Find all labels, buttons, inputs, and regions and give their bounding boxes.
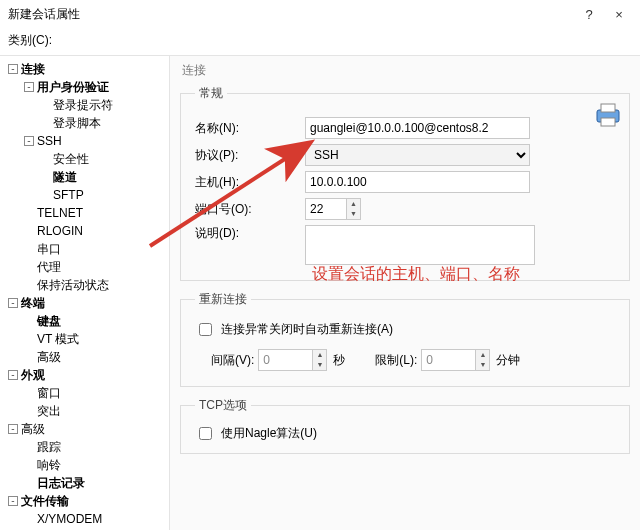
tree-item[interactable]: -高级 <box>2 420 167 438</box>
tree-item-label: SSH <box>37 134 62 148</box>
tree-item[interactable]: 跟踪 <box>2 438 167 456</box>
tree-item[interactable]: 日志记录 <box>2 474 167 492</box>
tree-item-label: 高级 <box>37 350 61 364</box>
interval-label: 间隔(V): <box>211 352 254 369</box>
window-title: 新建会话属性 <box>8 6 574 23</box>
tree-item[interactable]: 高级 <box>2 348 167 366</box>
tree-item[interactable]: -SSH <box>2 132 167 150</box>
host-label: 主机(H): <box>195 174 305 191</box>
tree-item[interactable]: 响铃 <box>2 456 167 474</box>
tree-item[interactable]: 隧道 <box>2 168 167 186</box>
limit-input[interactable] <box>421 349 476 371</box>
name-input[interactable] <box>305 117 530 139</box>
collapse-icon[interactable]: - <box>8 370 18 380</box>
nagle-label: 使用Nagle算法(U) <box>221 425 317 442</box>
tree-item[interactable]: -文件传输 <box>2 492 167 510</box>
tree-item-label: 代理 <box>37 260 61 274</box>
tree-item-label: 文件传输 <box>21 494 69 508</box>
close-button[interactable]: × <box>604 7 634 22</box>
tree-item[interactable]: 突出 <box>2 402 167 420</box>
collapse-icon[interactable]: - <box>8 496 18 506</box>
tree-item[interactable]: 串口 <box>2 240 167 258</box>
port-stepper[interactable]: ▲▼ <box>305 198 361 220</box>
interval-unit: 秒 <box>333 352 345 369</box>
tree-item[interactable]: -连接 <box>2 60 167 78</box>
collapse-icon[interactable]: - <box>8 424 18 434</box>
printer-icon[interactable] <box>594 102 624 128</box>
tree-item-label: 连接 <box>21 62 45 76</box>
host-input[interactable] <box>305 171 530 193</box>
tree-item[interactable]: -外观 <box>2 366 167 384</box>
collapse-icon[interactable]: - <box>8 298 18 308</box>
tree-item-label: 跟踪 <box>37 440 61 454</box>
tree-item-label: VT 模式 <box>37 332 79 346</box>
tree-item-label: 串口 <box>37 242 61 256</box>
nagle-checkbox[interactable] <box>199 427 212 440</box>
chevron-down-icon[interactable]: ▼ <box>347 209 360 219</box>
port-input[interactable] <box>305 198 347 220</box>
general-group: 常规 名称(N): 协议(P): SSH 主机(H): 端口号(O): ▲▼ <box>180 85 630 281</box>
tree-item-label: 终端 <box>21 296 45 310</box>
auto-reconnect-checkbox[interactable] <box>199 323 212 336</box>
reconnect-legend: 重新连接 <box>195 291 251 308</box>
collapse-icon[interactable]: - <box>24 82 34 92</box>
help-button[interactable]: ? <box>574 7 604 22</box>
tree-item[interactable]: 键盘 <box>2 312 167 330</box>
interval-stepper[interactable]: ▲▼ <box>258 349 327 371</box>
auto-reconnect-label: 连接异常关闭时自动重新连接(A) <box>221 321 393 338</box>
name-label: 名称(N): <box>195 120 305 137</box>
tree-item-label: 登录脚本 <box>53 116 101 130</box>
description-label: 说明(D): <box>195 225 305 242</box>
chevron-up-icon[interactable]: ▲ <box>476 350 489 360</box>
limit-stepper[interactable]: ▲▼ <box>421 349 490 371</box>
limit-unit: 分钟 <box>496 352 520 369</box>
tree-item-label: 隧道 <box>53 170 77 184</box>
chevron-down-icon[interactable]: ▼ <box>476 360 489 370</box>
chevron-up-icon[interactable]: ▲ <box>347 199 360 209</box>
tree-item-label: 突出 <box>37 404 61 418</box>
tree-item[interactable]: VT 模式 <box>2 330 167 348</box>
tree-item[interactable]: SFTP <box>2 186 167 204</box>
tree-item[interactable]: TELNET <box>2 204 167 222</box>
interval-input[interactable] <box>258 349 313 371</box>
description-input[interactable] <box>305 225 535 265</box>
tree-item[interactable]: 登录脚本 <box>2 114 167 132</box>
protocol-label: 协议(P): <box>195 147 305 164</box>
protocol-select[interactable]: SSH <box>305 144 530 166</box>
reconnect-group: 重新连接 连接异常关闭时自动重新连接(A) 间隔(V): ▲▼ 秒 限制(L):… <box>180 291 630 387</box>
tree-item[interactable]: X/YMODEM <box>2 510 167 528</box>
port-label: 端口号(O): <box>195 201 305 218</box>
tree-item[interactable]: 代理 <box>2 258 167 276</box>
category-label: 类别(C): <box>0 28 640 55</box>
tree-item[interactable]: 保持活动状态 <box>2 276 167 294</box>
tree-item-label: 日志记录 <box>37 476 85 490</box>
tree-item-label: TELNET <box>37 206 83 220</box>
collapse-icon[interactable]: - <box>24 136 34 146</box>
tree-item-label: SFTP <box>53 188 84 202</box>
svg-rect-3 <box>601 118 615 126</box>
annotation-text: 设置会话的主机、端口、名称 <box>312 264 520 285</box>
tree-item-label: 高级 <box>21 422 45 436</box>
tree-item[interactable]: -终端 <box>2 294 167 312</box>
collapse-icon[interactable]: - <box>8 64 18 74</box>
tree-item[interactable]: 窗口 <box>2 384 167 402</box>
tree-item[interactable]: 安全性 <box>2 150 167 168</box>
tree-item-label: 键盘 <box>37 314 61 328</box>
tree-item-label: 响铃 <box>37 458 61 472</box>
tree-item-label: 安全性 <box>53 152 89 166</box>
tree-item[interactable]: RLOGIN <box>2 222 167 240</box>
tcp-legend: TCP选项 <box>195 397 251 414</box>
chevron-up-icon[interactable]: ▲ <box>313 350 326 360</box>
tree-item-label: RLOGIN <box>37 224 83 238</box>
panel-tab-label: 连接 <box>180 60 630 85</box>
tree-item-label: X/YMODEM <box>37 512 102 526</box>
tree-item[interactable]: -用户身份验证 <box>2 78 167 96</box>
settings-panel: 连接 常规 名称(N): 协议(P): SSH <box>170 55 640 530</box>
svg-rect-2 <box>601 104 615 112</box>
limit-label: 限制(L): <box>375 352 417 369</box>
chevron-down-icon[interactable]: ▼ <box>313 360 326 370</box>
tree-item[interactable]: 登录提示符 <box>2 96 167 114</box>
tree-item-label: 保持活动状态 <box>37 278 109 292</box>
tree-item-label: 窗口 <box>37 386 61 400</box>
tree-item-label: 用户身份验证 <box>37 80 109 94</box>
